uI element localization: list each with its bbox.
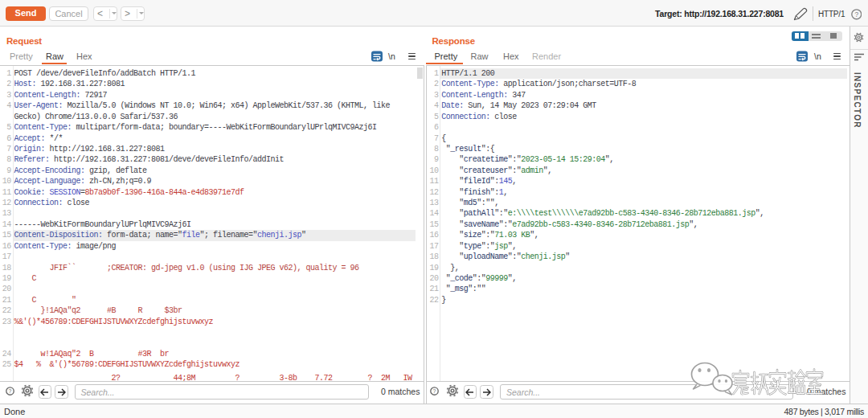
svg-text:?: ? [432, 388, 436, 394]
svg-text:?: ? [854, 10, 858, 18]
svg-text:?: ? [8, 388, 11, 394]
